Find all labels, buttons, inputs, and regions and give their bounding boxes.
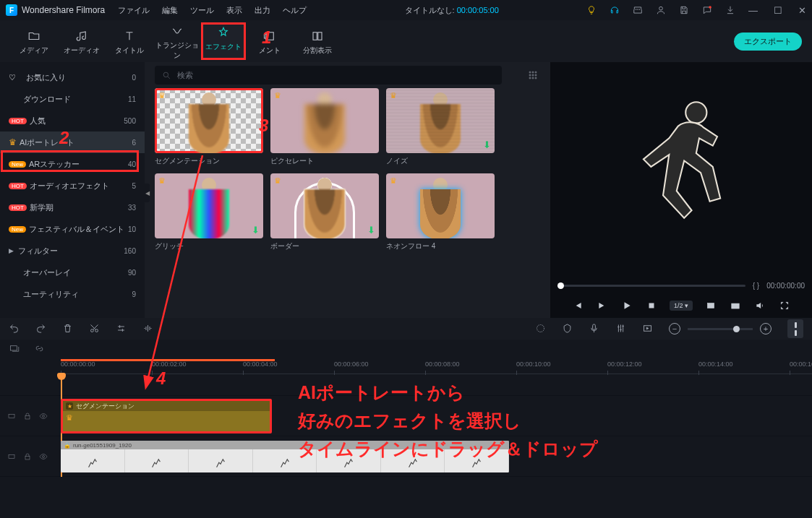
menu-tools[interactable]: ツール [190,6,214,14]
search-input[interactable]: 検索 [155,66,502,85]
svg-point-32 [43,455,45,457]
timeline-stack-icon[interactable] [9,343,20,355]
save-icon[interactable] [679,5,689,15]
download-icon[interactable] [725,5,735,15]
sidebar-item-download[interactable]: ダウンロード11 [0,88,145,110]
sidebar-item-backtoschool[interactable]: HOT新学期33 [0,197,145,218]
effect-card-seg[interactable]: ♛セグメンテーション [155,88,263,166]
track-row-video[interactable]: 🔒run-ge01551909_1920 [0,436,812,477]
audio-wave-icon[interactable] [142,323,153,335]
sidebar-collapse-icon[interactable]: ◀ [145,184,150,202]
effect-card-label: ネオンフロー 4 [386,241,495,251]
svg-point-11 [532,74,534,76]
effect-card-noise[interactable]: ♛⬇ノイズ [386,88,495,166]
tab-media[interactable]: メディア [10,27,58,56]
zoom-out-icon[interactable]: − [669,323,680,334]
safe-zone-icon[interactable] [704,299,717,312]
menu-view[interactable]: 表示 [226,6,242,14]
adjust-icon[interactable] [116,323,127,335]
export-button[interactable]: エクスポート [734,33,802,51]
sidebar-item-popular[interactable]: HOT人気500 [0,110,145,131]
menu-output[interactable]: 出力 [255,6,270,14]
tab-audio[interactable]: オーディオ [58,27,106,56]
sidebar-item-overlay[interactable]: オーバーレイ90 [0,262,145,283]
color-tag-icon[interactable] [535,323,546,335]
preview-canvas [605,79,757,260]
visibility-icon[interactable] [7,452,16,461]
preview-seek-slider[interactable] [557,285,745,287]
menu-edit[interactable]: 編集 [162,6,178,14]
window-close-icon[interactable]: ✕ [798,5,806,16]
effect-card-label: ノイズ [386,156,495,166]
step-fwd-icon[interactable] [596,299,609,312]
lock-icon[interactable] [23,412,32,420]
svg-point-6 [163,72,168,77]
timeline-toolbar: − + [0,318,812,340]
ruler-tick: 00:00:02:00 [152,361,187,368]
delete-icon[interactable] [62,323,73,335]
tab-transition[interactable]: トランジション [153,22,201,61]
menu-file[interactable]: ファイル [118,6,150,14]
volume-icon[interactable] [753,299,766,312]
account-icon[interactable] [656,5,666,15]
play-icon[interactable] [620,299,633,312]
svg-rect-30 [9,454,14,458]
tab-title[interactable]: タイトル [106,27,153,56]
stop-icon[interactable] [645,299,658,312]
headset-icon[interactable] [610,5,620,15]
lock-icon[interactable] [23,452,32,461]
window-maximize-icon[interactable]: ☐ [774,5,782,16]
window-minimize-icon[interactable]: — [748,5,758,16]
tab-element[interactable]: メント [246,27,294,56]
step-back-icon[interactable] [571,299,584,312]
zoom-slider[interactable] [688,328,753,330]
redo-icon[interactable] [35,323,46,335]
effect-card-pix[interactable]: ♛ピクセレート [270,88,379,166]
svg-point-14 [532,77,534,79]
tab-effect[interactable]: エフェクト [201,22,246,60]
sidebar-item-ai-portrait[interactable]: ♛AIポートレート6 [0,131,145,153]
svg-point-1 [709,6,711,8]
sidebar-item-festival[interactable]: Newフェスティバル＆イベント10 [0,218,145,240]
fullscreen-icon[interactable] [778,299,791,312]
cut-icon[interactable] [89,323,100,335]
sidebar-item-favorites[interactable]: ♡お気に入り0 [0,66,145,88]
message-icon[interactable] [702,5,712,15]
effect-card-border[interactable]: ♛⬇ボーダー [270,173,379,251]
mixer-icon[interactable] [615,323,626,335]
store-icon[interactable] [633,5,643,15]
voiceover-icon[interactable] [589,323,599,335]
video-clip-label: run-ge01551909_1920 [73,442,132,449]
track-row-spacer [0,374,812,396]
preview-scale[interactable]: 1/2 ▾ [670,301,693,311]
effect-card-label: ピクセレート [270,156,379,166]
sidebar-item-ar-sticker[interactable]: NewARステッカー40 [0,153,145,175]
effect-card-label: グリッチ [155,241,263,251]
tab-split-view[interactable]: 分割表示 [294,27,341,56]
visibility-icon[interactable] [7,412,16,420]
snapshot-icon[interactable] [729,299,742,312]
timeline-ruler[interactable]: 00:00:00:0000:00:02:0000:00:04:0000:00:0… [61,358,812,374]
timeline-link-icon[interactable] [34,343,45,355]
sidebar-item-utility[interactable]: ユーティリティ9 [0,283,145,305]
marker-icon[interactable] [562,323,573,335]
sidebar-item-audio-effect[interactable]: HOTオーディオエフェクト5 [0,175,145,197]
menu-help[interactable]: ヘルプ [283,6,307,14]
svg-rect-5 [318,33,322,40]
undo-icon[interactable] [9,323,20,335]
effect-clip[interactable]: ★セグメンテーション ♛ [61,399,272,433]
timeline-zoom[interactable]: − + [669,323,772,334]
track-row-effect[interactable]: ★セグメンテーション ♛ [0,396,812,436]
video-clip[interactable]: 🔒run-ge01551909_1920 [61,441,509,472]
render-icon[interactable] [642,323,653,335]
zoom-in-icon[interactable]: + [760,323,772,334]
effect-card-neon[interactable]: ♛ネオンフロー 4 [386,173,495,251]
eye-icon[interactable] [39,412,48,420]
eye-icon[interactable] [39,452,48,461]
ruler-tick: 00:00:00:00 [61,361,95,368]
tips-icon[interactable] [586,5,597,15]
grid-view-icon[interactable] [527,69,539,81]
timeline-layout-toggle[interactable] [787,319,803,338]
sidebar-item-filter[interactable]: ▶フィルター160 [0,240,145,262]
effect-card-glitch[interactable]: ♛⬇グリッチ [155,173,263,251]
